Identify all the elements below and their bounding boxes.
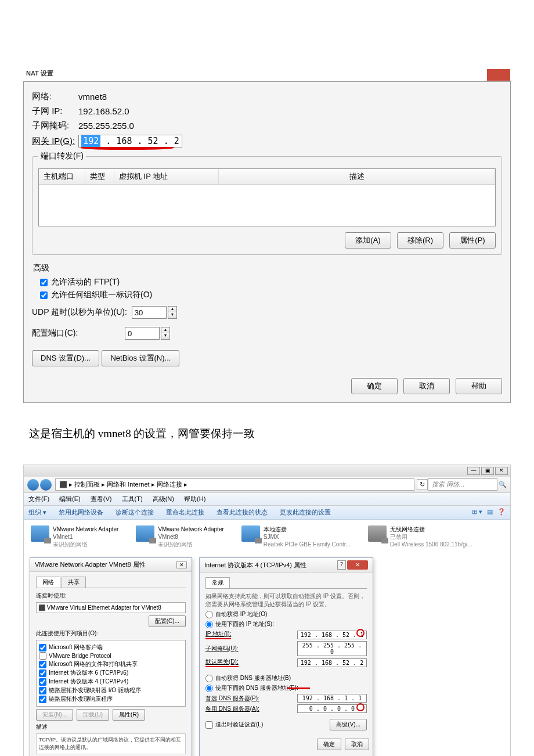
item-checkbox[interactable] [39,661,46,668]
tool-rename[interactable]: 重命名此连接 [166,509,204,516]
item-properties-button[interactable]: 属性(R) [113,709,145,721]
items-label: 此连接使用下列项目(O): [36,629,186,638]
item-checkbox[interactable] [39,678,46,686]
preview-icon[interactable]: ▤ [487,508,493,517]
tool-status[interactable]: 查看此连接的状态 [217,509,268,516]
tab-general[interactable]: 常规 [205,577,230,588]
udp-timeout-label: UDP 超时(以秒为单位)(U): [32,307,127,318]
subnet-row: 子网 IP: 192.168.52.0 [32,106,502,117]
minimize-icon[interactable]: — [467,467,480,475]
protocol-list[interactable]: Microsoft 网络客户端 VMware Bridge Protocol M… [36,640,186,707]
forward-icon[interactable] [40,479,52,491]
dialog-title: Internet 协议版本 4 (TCP/IPv4) 属性 [204,561,306,570]
port-forward-group: 端口转发(F) 主机端口 类型 虚拟机 IP 地址 描述 添加(A) 移除(R)… [32,151,502,255]
adapter-status: 未识别的网络 [158,541,223,548]
help-icon[interactable]: ? [337,560,346,570]
tool-change[interactable]: 更改此连接的设置 [280,509,331,516]
ftp-checkbox-label: 允许活动的 FTP(T) [51,277,120,287]
adapter-icon [368,525,387,542]
close-icon[interactable]: ✕ [495,467,508,475]
dialog-titlebar: VMware Network Adapter VMnet8 属性 ✕ [30,558,192,572]
item-checkbox[interactable] [39,696,46,703]
window-controls: — ▣ ✕ [24,465,510,477]
config-port-input[interactable] [125,327,160,340]
refresh-icon[interactable]: ↻ [417,479,428,490]
th-description[interactable]: 描述 [219,169,495,184]
configure-button[interactable]: 配置(C)... [149,615,186,627]
maximize-icon[interactable]: ▣ [481,467,494,475]
dialog-footer-buttons: 确定 取消 帮助 [32,378,502,394]
search-icon[interactable]: 🔍 [499,481,507,488]
tool-diagnose[interactable]: 诊断这个连接 [116,509,154,516]
oui-checkbox-row: 允许任何组织唯一标识符(O) [40,290,502,300]
adapter-name: 本地连接 [264,525,351,533]
ok-button[interactable]: 确定 [317,739,341,750]
dns-settings-button[interactable]: DNS 设置(D)... [32,350,99,366]
install-button[interactable]: 安装(N)... [36,709,73,721]
dns2-label: 备用 DNS 服务器(A): [205,705,259,713]
cancel-button[interactable]: 取消 [345,739,369,750]
back-icon[interactable] [27,479,39,491]
th-vm-ip[interactable]: 虚拟机 IP 地址 [114,169,219,184]
radio-manual-dns[interactable] [205,685,213,692]
menu-view[interactable]: 查看(V) [91,495,112,502]
search-input[interactable]: 搜索 网络... [428,478,497,491]
dns1-input[interactable]: 192 . 168 . 1 . 1 [297,694,367,703]
th-type[interactable]: 类型 [85,169,114,184]
udp-timeout-input[interactable] [132,306,167,319]
help-icon[interactable]: ❓ [497,508,506,517]
oui-checkbox-label: 允许任何组织唯一标识符(O) [51,290,152,300]
properties-button[interactable]: 属性(P) [449,232,496,249]
close-icon[interactable]: ✕ [176,561,187,568]
cancel-button[interactable]: 取消 [403,378,450,394]
close-icon[interactable] [487,69,510,81]
mask-value: 255.255.255.0 [78,121,134,131]
netbios-settings-button[interactable]: NetBios 设置(N)... [102,350,179,366]
view-icon[interactable]: ⊞ ▾ [472,508,482,517]
add-button[interactable]: 添加(A) [345,232,391,249]
adapter-item[interactable]: VMware Network Adapter VMnet8 未识别的网络 [136,525,223,548]
network-value: vmnet8 [78,92,107,102]
menu-edit[interactable]: 编辑(E) [59,495,81,502]
advanced-button[interactable]: 高级(V)... [330,719,367,730]
ftp-checkbox[interactable] [40,279,48,286]
menu-tools[interactable]: 工具(T) [122,495,143,502]
tab-network[interactable]: 网络 [36,577,60,588]
help-button[interactable]: 帮助 [456,378,502,394]
radio-auto-ip[interactable] [205,611,213,618]
spinner-down-icon[interactable]: ▾ [161,333,169,339]
th-host-port[interactable]: 主机端口 [39,169,85,184]
tool-disable[interactable]: 禁用此网络设备 [59,509,103,516]
config-port-spinner[interactable]: ▴▾ [161,327,170,340]
spinner-down-icon[interactable]: ▾ [168,312,176,318]
item-checkbox[interactable] [39,669,46,677]
breadcrumb[interactable]: ⬛ ▸ 控制面板 ▸ 网络和 Internet ▸ 网络连接 ▸ [55,478,414,491]
adapter-icon [136,525,154,542]
uninstall-button[interactable]: 卸载(U) [77,709,109,721]
gateway-label: 网关 IP(G): [32,136,75,147]
gateway-input[interactable]: 192 . 168 . 52 . 2 [297,658,367,667]
menu-help[interactable]: 帮助(H) [184,495,205,502]
close-icon[interactable]: ✕ [347,560,368,570]
adapter-item[interactable]: 本地连接 SJMX Realtek PCIe GBE Family Contr.… [241,525,351,548]
adapter-sub: VMnet8 [158,533,223,541]
adapter-item[interactable]: 无线网络连接 已禁用 Dell Wireless 1506 802.11b/g/… [368,525,472,548]
udp-spinner[interactable]: ▴▾ [168,306,177,319]
mask-input[interactable]: 255 . 255 . 255 . 0 [297,641,367,656]
subnet-value: 192.168.52.0 [78,106,129,116]
radio-auto-dns[interactable] [205,675,213,682]
item-checkbox[interactable] [39,644,46,651]
item-checkbox[interactable] [39,687,46,694]
item-checkbox[interactable] [39,652,46,660]
ok-button[interactable]: 确定 [351,378,398,394]
menu-advanced[interactable]: 高级(N) [153,495,174,502]
menu-file[interactable]: 文件(F) [28,495,49,502]
tab-sharing[interactable]: 共享 [62,577,86,588]
oui-checkbox[interactable] [40,291,48,299]
port-forward-table[interactable]: 主机端口 类型 虚拟机 IP 地址 描述 [38,168,496,226]
validate-checkbox[interactable] [205,721,213,729]
radio-manual-ip[interactable] [205,621,213,628]
remove-button[interactable]: 移除(R) [397,232,443,249]
tool-organize[interactable]: 组织 ▾ [28,509,46,516]
adapter-item[interactable]: VMware Network Adapter VMnet1 未识别的网络 [31,525,118,548]
